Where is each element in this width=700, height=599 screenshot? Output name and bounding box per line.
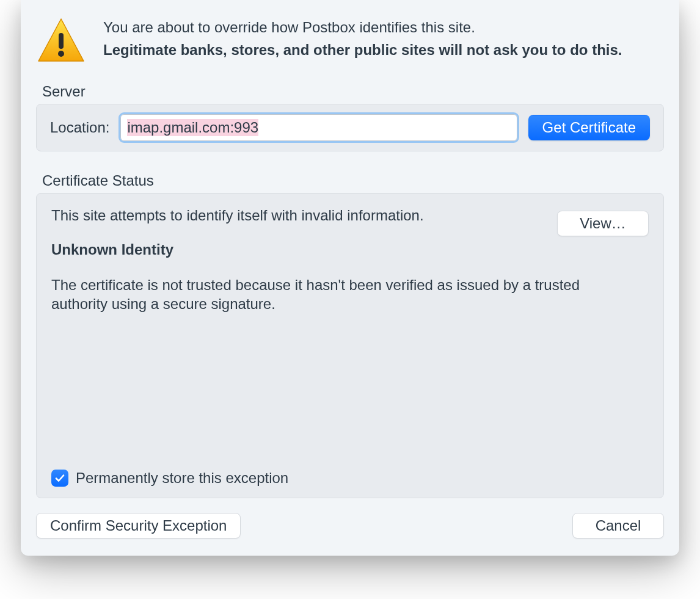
cancel-button[interactable]: Cancel [572,513,664,539]
confirm-security-exception-button[interactable]: Confirm Security Exception [36,513,241,539]
server-section-title: Server [36,83,664,100]
status-description: The certificate is not trusted because i… [51,275,638,313]
security-exception-dialog: You are about to override how Postbox id… [21,0,679,556]
server-group: Location: imap.gmail.com:993 Get Certifi… [36,104,664,151]
header-line1: You are about to override how Postbox id… [103,16,622,38]
warning-icon [36,17,86,65]
header-text: You are about to override how Postbox id… [103,16,622,61]
check-icon [54,473,65,484]
header-line2: Legitimate banks, stores, and other publ… [103,38,622,61]
view-certificate-button[interactable]: View… [557,211,649,236]
status-section-title: Certificate Status [36,172,664,189]
location-input[interactable]: imap.gmail.com:993 [120,114,517,141]
svg-point-1 [58,51,64,57]
get-certificate-button[interactable]: Get Certificate [528,115,650,140]
svg-rect-0 [59,33,64,49]
location-label: Location: [50,119,109,136]
status-group: This site attempts to identify itself wi… [36,193,664,498]
permanent-store-checkbox[interactable] [51,470,68,487]
dialog-header: You are about to override how Postbox id… [36,16,664,65]
status-heading: Unknown Identity [51,241,649,258]
permanent-store-label: Permanently store this exception [76,470,288,487]
dialog-footer: Confirm Security Exception Cancel [36,513,664,539]
permanent-store-row: Permanently store this exception [51,470,288,487]
